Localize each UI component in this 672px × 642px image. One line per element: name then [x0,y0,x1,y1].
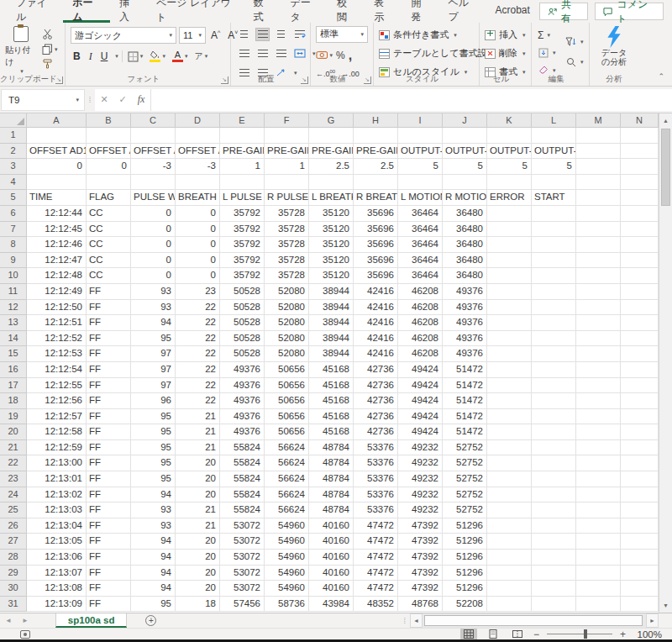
cell-M21[interactable] [576,440,621,456]
row-header-30[interactable]: 30 [0,581,27,597]
cell-N21[interactable] [621,440,659,456]
cell-F16[interactable]: 50656 [265,362,309,378]
cell-D26[interactable]: 21 [176,518,220,534]
cell-J26[interactable]: 51296 [443,518,487,534]
cell-B9[interactable]: CC [87,253,131,269]
cell-E31[interactable]: 57456 [220,597,265,613]
cell-C10[interactable]: 0 [131,268,176,284]
cell-A21[interactable]: 12:12:59 [27,440,87,456]
cell-K28[interactable] [487,550,532,566]
cell-G24[interactable]: 48784 [309,487,354,503]
borders-button[interactable]: ▾ [126,50,145,64]
row-header-28[interactable]: 28 [0,550,27,566]
column-header-N[interactable]: N [621,113,659,128]
cell-B26[interactable]: FF [87,518,131,534]
cell-A25[interactable]: 12:13:03 [27,503,87,518]
cell-H22[interactable]: 53376 [354,455,398,471]
cell-G29[interactable]: 40160 [309,566,354,581]
delete-cells-button[interactable]: 削除 ▾ [480,46,531,61]
cell-I6[interactable]: 36464 [398,206,443,222]
cell-M11[interactable] [576,284,621,300]
cell-N11[interactable] [621,284,659,300]
cell-F5[interactable]: R PULSE [265,190,309,206]
row-header-7[interactable]: 7 [0,222,27,238]
ribbon-tab-5[interactable]: データ [281,0,328,23]
horizontal-scrollbar[interactable]: ◄ ► [410,613,659,628]
cell-L4[interactable] [532,175,576,191]
row-header-25[interactable]: 25 [0,503,27,518]
cell-H23[interactable]: 53376 [354,471,398,487]
cell-N30[interactable] [621,581,659,597]
cell-M23[interactable] [576,471,621,487]
percent-style-button[interactable]: % [336,50,345,61]
align-bottom-button[interactable] [274,28,288,41]
row-header-13[interactable]: 13 [0,315,27,331]
cell-E4[interactable] [220,175,265,191]
cell-J1[interactable] [443,128,487,144]
cell-C28[interactable]: 94 [131,550,176,566]
cell-C5[interactable]: PULSE W [131,190,176,206]
column-header-F[interactable]: F [265,113,309,128]
cell-G1[interactable] [309,128,354,144]
cell-K27[interactable] [487,534,532,550]
cell-D20[interactable]: 21 [176,424,220,440]
cell-I23[interactable]: 49232 [398,471,443,487]
cell-E16[interactable]: 49376 [220,362,265,378]
cell-B10[interactable]: CC [87,268,131,284]
cell-I18[interactable]: 49424 [398,393,443,409]
cell-C29[interactable]: 94 [131,566,176,581]
cell-M7[interactable] [576,222,621,238]
cell-D22[interactable]: 20 [176,455,220,471]
cell-G20[interactable]: 45168 [309,424,354,440]
font-name-select[interactable]: 游ゴシック▾ [71,27,176,44]
cell-K8[interactable] [487,237,532,253]
cell-J6[interactable]: 36480 [443,206,487,222]
cell-F17[interactable]: 50656 [265,378,309,394]
column-header-K[interactable]: K [487,113,532,128]
cell-B6[interactable]: CC [87,206,131,222]
cell-G23[interactable]: 48784 [309,471,354,487]
cell-M3[interactable] [576,159,621,175]
cell-A17[interactable]: 12:12:55 [27,378,87,394]
cell-N20[interactable] [621,424,659,440]
cell-J15[interactable]: 49376 [443,346,487,362]
row-header-12[interactable]: 12 [0,300,27,316]
share-button[interactable]: 共有 [539,3,588,20]
cell-M22[interactable] [576,455,621,471]
cell-N7[interactable] [621,222,659,238]
cell-A18[interactable]: 12:12:56 [27,393,87,409]
cell-I15[interactable]: 46208 [398,346,443,362]
cell-G25[interactable]: 48784 [309,503,354,518]
row-header-23[interactable]: 23 [0,471,27,487]
cell-A16[interactable]: 12:12:54 [27,362,87,378]
analyze-data-button[interactable]: データの分析 [590,26,638,66]
cell-M12[interactable] [576,300,621,316]
cell-D12[interactable]: 22 [176,300,220,316]
cell-L22[interactable] [532,455,576,471]
fill-color-button[interactable]: ▾ [148,50,167,64]
cell-M15[interactable] [576,346,621,362]
page-break-view-button[interactable] [509,629,526,639]
cell-B25[interactable]: FF [87,503,131,518]
cell-G5[interactable]: L BREATH [309,190,354,206]
cell-F4[interactable] [265,175,309,191]
cell-E1[interactable] [220,128,265,144]
ribbon-tab-1[interactable]: ホーム [63,0,110,23]
cell-D14[interactable]: 22 [176,331,220,347]
cell-L29[interactable] [532,566,576,581]
cell-H16[interactable]: 42736 [354,362,398,378]
cell-D2[interactable]: OFFSET A [176,144,220,160]
row-header-20[interactable]: 20 [0,424,27,440]
cell-K26[interactable] [487,518,532,534]
cell-C17[interactable]: 97 [131,378,176,394]
cell-L3[interactable]: 5 [532,159,576,175]
vertical-scroll-thumb[interactable] [661,129,670,206]
row-header-26[interactable]: 26 [0,518,27,534]
cell-J13[interactable]: 49376 [443,315,487,331]
cell-C23[interactable]: 95 [131,471,176,487]
cell-F13[interactable]: 52080 [265,315,309,331]
font-size-select[interactable]: 11▾ [179,27,206,44]
cell-E24[interactable]: 55824 [220,487,265,503]
cell-L17[interactable] [532,378,576,394]
cell-I19[interactable]: 49424 [398,409,443,425]
